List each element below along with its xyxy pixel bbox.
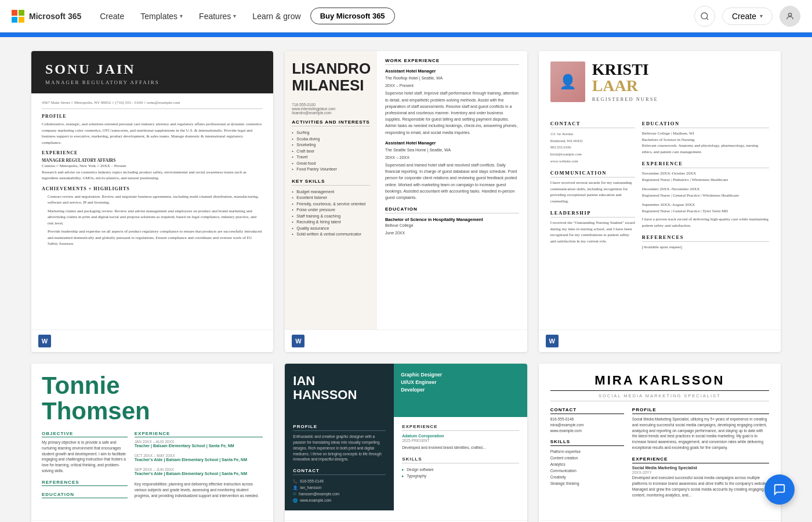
contact-header: CONTACT: [550, 121, 635, 128]
word-icon-sonu: W: [38, 335, 51, 347]
resume-sonu: Sonu Jain Manager Regulatory Affairs 456…: [31, 51, 273, 255]
tonnie-left: OBJECTIVE My primary objective is to pro…: [42, 431, 128, 501]
nav-actions-group: Create ▾: [694, 6, 800, 27]
nav-learn-grow[interactable]: Learn & grow: [245, 8, 307, 24]
template-card-kristi[interactable]: 👤 KRISTI LAAR REGISTERED NURSE CONTACT: [539, 51, 781, 352]
profile-content: Collaborative, strategic, and solutions-…: [42, 121, 263, 146]
exp-header: EXPERIENCE: [42, 150, 263, 155]
exp1-dates: JAN 20XX – AUG 20XX: [135, 440, 263, 444]
ach3: Provide leadership and expertise on all …: [48, 229, 263, 247]
exp2-dates: OCT 20XX – MAY 20XX: [135, 454, 263, 458]
chat-fab-button[interactable]: [764, 474, 795, 505]
main-content: Sonu Jain Manager Regulatory Affairs 456…: [17, 37, 795, 522]
resume-title: Manager Regulatory Affairs: [45, 79, 160, 85]
nav-create[interactable]: Create: [93, 8, 131, 24]
exp1-dates: 2025-PRESENT: [402, 438, 519, 444]
edu-degree: Bachelors of Science in Nursing: [642, 137, 769, 143]
skills-header: SKILLS: [550, 439, 624, 446]
card-footer-sonu: W: [31, 329, 273, 352]
leadership-header: LEADERSHIP: [550, 210, 635, 217]
resume-name: Sonu Jain: [45, 61, 160, 77]
exp3-title: Teacher's Aide | Balsam Elementary Schoo…: [135, 472, 263, 476]
templates-chevron-icon: ▾: [180, 13, 183, 19]
profile-header: PROFILE: [42, 114, 263, 119]
create-label: Create: [732, 12, 756, 21]
ach1: Contract review and negotiation. Review …: [48, 194, 263, 206]
ian-name: IANHANSSON: [293, 374, 386, 402]
svg-line-1: [706, 18, 708, 20]
template-card-ian[interactable]: IANHANSSON Graphic Designer UI/UX Engine…: [285, 364, 527, 522]
skills-list: Budget management Excellent listener Fri…: [292, 189, 370, 238]
skill2: Typography: [402, 473, 519, 479]
buy-microsoft-button[interactable]: Buy Microsoft 365: [310, 8, 395, 24]
ian-phone: 📞816-555-0146: [293, 478, 386, 484]
job2-dates: 20XX – 20XX: [385, 154, 519, 161]
exp1-desc: Developed and involved brand identities,…: [402, 445, 519, 451]
exp2-dates: December 20XX–November 20XX: [642, 186, 769, 193]
card-preview-ian: IANHANSSON Graphic Designer UI/UX Engine…: [285, 364, 527, 520]
mira-right: PROFILE Social Media Marketing Specialis…: [632, 407, 769, 498]
exp1-dates: November 20XX–October 20XX: [642, 171, 769, 177]
skill-platform: Platform expertise: [550, 448, 624, 455]
kristi-right-col: EDUCATION Bellevue College | Madison, WI…: [642, 115, 769, 251]
exp1-dates: 20XX-20YY: [632, 470, 769, 476]
refs-header: REFERENCES: [42, 480, 128, 486]
account-button[interactable]: [780, 6, 800, 27]
search-button[interactable]: [694, 6, 715, 27]
kristi-left-col: CONTACT 111 1st Avenue Redmond, WA 60432…: [550, 115, 635, 251]
create-chevron-icon: ▾: [760, 13, 763, 19]
education-header: EDUCATION: [385, 206, 519, 213]
job1-desc: Research and advise on cosmetics industr…: [42, 169, 263, 182]
template-card-tonnie[interactable]: Tonnie Thomsen OBJECTIVE My primary obje…: [31, 364, 273, 522]
activities-header: ACTIVITIES AND INTERESTS: [292, 119, 370, 126]
template-card-lisandro[interactable]: LISANDROMILANESI 716-555-0100 www.intere…: [285, 51, 527, 352]
communication-text: I have received several awards for my ou…: [550, 180, 635, 204]
lisandro-right: WORK EXPERIENCE Assistant Hotel Manager …: [377, 51, 527, 329]
profile-header: PROFILE: [632, 407, 769, 414]
communication-header: COMMUNICATION: [550, 170, 635, 177]
activities-list: Surfing Scuba diving Snorkeling Craft be…: [292, 130, 370, 173]
job1-desc: Supervise hotel staff. Improve staff per…: [385, 90, 519, 135]
contact-info: 111 1st Avenue Redmond, WA 60432 905.555…: [550, 130, 635, 164]
exp2-title: Registered Nurse | General Practice | Wh…: [642, 193, 769, 199]
degree: Bachelor of Science in Hospitality Manag…: [385, 217, 519, 222]
template-grid: Sonu Jain Manager Regulatory Affairs 456…: [31, 51, 781, 522]
leadership-text: I received the "Outstanding Nursing Stud…: [550, 220, 635, 244]
brand-name: Microsoft 365: [29, 12, 81, 21]
search-icon: [700, 12, 709, 21]
brand-logo[interactable]: Microsoft 365: [12, 10, 81, 23]
tonnie-name: Tonnie Thomsen: [42, 373, 263, 424]
ian-dark-left: IANHANSSON: [285, 364, 394, 417]
exp-header: EXPERIENCE: [135, 431, 263, 437]
card-preview-kristi: 👤 KRISTI LAAR REGISTERED NURSE CONTACT: [539, 51, 781, 329]
lisandro-name: LISANDROMILANESI: [292, 60, 370, 93]
word-icon-kristi: W: [546, 335, 559, 347]
skills-header: KEY SKILLS: [292, 179, 370, 186]
resume-ian: IANHANSSON Graphic Designer UI/UX Engine…: [285, 364, 527, 520]
refs-header: REFERENCES: [642, 234, 769, 242]
resume-body: 4567 Main Street // Metropolis, NY 98052…: [31, 93, 273, 255]
ian-handle: 👤ian_hansson: [293, 484, 386, 491]
role3: Developer: [401, 387, 520, 393]
exp2-title: Teacher's Aide | Balsam Elementary Schoo…: [135, 458, 263, 462]
lisandro-left: LISANDROMILANESI 716-555-0100 www.intere…: [285, 51, 377, 329]
svg-point-0: [701, 13, 708, 19]
template-card-mira[interactable]: MIRA KARLSSON SOCIAL MEDIA MARKETING SPE…: [539, 364, 781, 522]
template-card-sonu-jain[interactable]: Sonu Jain Manager Regulatory Affairs 456…: [31, 51, 273, 352]
word-icon-lisandro: W: [292, 335, 304, 347]
job1-title: MANAGER REGULATORY AFFAIRS: [42, 158, 263, 163]
contact-header: CONTACT: [550, 407, 624, 414]
role2: UI/UX Engineer: [401, 379, 520, 385]
card-preview-sonu-jain: Sonu Jain Manager Regulatory Affairs 456…: [31, 51, 273, 329]
mira-left: CONTACT 816-555-0146 mira@example.com ww…: [550, 407, 624, 498]
create-dropdown-button[interactable]: Create ▾: [722, 8, 773, 25]
exp3-desc: Key responsibilities: planning and deliv…: [135, 481, 263, 498]
exp1-company: Adatum Coroporation: [402, 434, 519, 438]
job1-company: Contoso // Metropolis, New York // 20XX …: [42, 163, 263, 169]
exp3-desc: I have a proven track record of deliveri…: [642, 216, 769, 229]
lisandro-contact: 716-555-0100 www.interestingplace.com li…: [292, 103, 370, 115]
ian-body-right: EXPERIENCE Adatum Coroporation 2025-PRES…: [394, 417, 527, 510]
tonnie-right: EXPERIENCE JAN 20XX – AUG 20XX Teacher |…: [135, 431, 263, 501]
nav-templates[interactable]: Templates ▾: [133, 8, 190, 24]
nav-features[interactable]: Features ▾: [192, 8, 243, 24]
